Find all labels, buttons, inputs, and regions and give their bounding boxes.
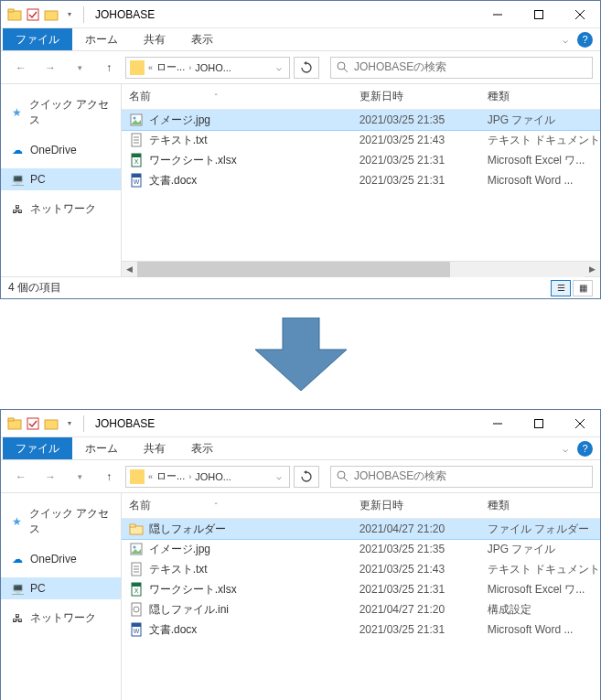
back-button[interactable]: ←: [8, 466, 34, 488]
column-date[interactable]: 更新日時: [360, 89, 488, 104]
doc-icon: W: [129, 173, 144, 188]
scroll-thumb[interactable]: [137, 262, 451, 277]
help-icon[interactable]: ?: [577, 32, 593, 48]
tab-share[interactable]: 共有: [131, 28, 178, 50]
svg-rect-3: [45, 11, 58, 20]
back-button[interactable]: ←: [8, 57, 34, 79]
forward-button[interactable]: →: [38, 57, 63, 79]
file-row[interactable]: Xワークシート.xlsx2021/03/25 21:31Microsoft Ex…: [122, 150, 600, 170]
up-button[interactable]: ↑: [96, 57, 122, 79]
file-name: 文書.docx: [149, 173, 360, 188]
horizontal-scrollbar[interactable]: ◀ ▶: [122, 261, 600, 276]
search-input[interactable]: JOHOBASEの検索: [330, 466, 593, 488]
minimize-button[interactable]: [477, 1, 518, 28]
scroll-track[interactable]: [137, 262, 585, 277]
sidebar-item-quick-access[interactable]: ★クイック アクセス: [1, 502, 121, 541]
expand-ribbon-icon[interactable]: ⌵: [563, 444, 568, 454]
new-folder-icon[interactable]: [43, 6, 59, 23]
address-dropdown-icon[interactable]: ⌵: [273, 62, 285, 72]
file-row[interactable]: W文書.docx2021/03/25 21:31Microsoft Word .…: [122, 170, 600, 190]
file-name: 隠しフォルダー: [149, 522, 360, 537]
scroll-left-icon[interactable]: ◀: [122, 262, 137, 277]
file-list[interactable]: イメージ.jpg2021/03/25 21:35JPG ファイルテキスト.txt…: [122, 110, 600, 261]
sidebar-item-pc[interactable]: 💻PC: [1, 168, 121, 190]
column-name[interactable]: 名前ˆ: [129, 498, 360, 513]
address-dropdown-icon[interactable]: ⌵: [273, 471, 285, 481]
titlebar[interactable]: ▾ JOHOBASE: [1, 410, 600, 437]
column-headers: 名前ˆ 更新日時 種類: [122, 493, 600, 519]
up-button[interactable]: ↑: [96, 466, 122, 488]
close-button[interactable]: [559, 410, 600, 437]
help-icon[interactable]: ?: [577, 441, 593, 457]
file-type: 構成設定: [488, 602, 600, 618]
titlebar[interactable]: ▾ JOHOBASE: [1, 1, 600, 28]
tab-view[interactable]: 表示: [178, 437, 226, 459]
scroll-right-icon[interactable]: ▶: [585, 262, 600, 277]
maximize-button[interactable]: [518, 410, 559, 437]
details-view-button[interactable]: ☰: [551, 280, 571, 296]
tab-file[interactable]: ファイル: [3, 28, 72, 50]
file-date: 2021/03/25 21:31: [360, 154, 488, 167]
breadcrumb-segment[interactable]: JOHO...: [195, 62, 231, 73]
file-name: イメージ.jpg: [149, 113, 360, 128]
file-name: テキスト.txt: [149, 562, 360, 577]
file-row[interactable]: Xワークシート.xlsx2021/03/25 21:31Microsoft Ex…: [122, 579, 600, 599]
breadcrumb-segment[interactable]: JOHO...: [195, 471, 231, 482]
new-folder-icon[interactable]: [43, 415, 59, 432]
qat-dropdown-icon[interactable]: ▾: [61, 415, 78, 432]
column-name[interactable]: 名前ˆ: [129, 89, 360, 104]
refresh-button[interactable]: [294, 57, 319, 79]
file-row[interactable]: イメージ.jpg2021/03/25 21:35JPG ファイル: [122, 539, 600, 559]
svg-rect-17: [132, 154, 141, 157]
tab-home[interactable]: ホーム: [72, 28, 131, 50]
address-bar[interactable]: « ロー... › JOHO... ⌵: [125, 57, 290, 79]
tab-file[interactable]: ファイル: [3, 437, 72, 459]
maximize-button[interactable]: [518, 1, 559, 28]
file-row[interactable]: テキスト.txt2021/03/25 21:43テキスト ドキュメント: [122, 559, 600, 579]
expand-ribbon-icon[interactable]: ⌵: [563, 35, 568, 45]
sidebar-item-quick-access[interactable]: ★クイック アクセス: [1, 93, 121, 132]
svg-text:X: X: [134, 587, 138, 594]
file-list[interactable]: 隠しフォルダー2021/04/27 21:20ファイル フォルダーイメージ.jp…: [122, 519, 600, 700]
svg-rect-20: [132, 174, 141, 178]
tab-view[interactable]: 表示: [178, 28, 226, 50]
properties-icon[interactable]: [25, 415, 41, 432]
search-input[interactable]: JOHOBASEの検索: [330, 57, 593, 79]
sidebar-label: OneDrive: [30, 144, 77, 156]
address-bar[interactable]: « ロー... › JOHO... ⌵: [125, 466, 290, 488]
file-row[interactable]: W文書.docx2021/03/25 21:31Microsoft Word .…: [122, 619, 600, 640]
svg-text:X: X: [134, 158, 138, 165]
column-date[interactable]: 更新日時: [360, 498, 488, 513]
sidebar-item-network[interactable]: 🖧ネットワーク: [1, 198, 121, 221]
file-type: Microsoft Excel ワ...: [488, 582, 600, 598]
star-icon: ★: [10, 105, 24, 120]
forward-button[interactable]: →: [38, 466, 63, 488]
recent-dropdown[interactable]: ▾: [67, 57, 92, 79]
qat-dropdown-icon[interactable]: ▾: [61, 6, 78, 23]
sidebar-item-pc[interactable]: 💻PC: [1, 577, 121, 599]
navigation-pane: ★クイック アクセス ☁OneDrive 💻PC 🖧ネットワーク: [1, 84, 122, 276]
sidebar-item-onedrive[interactable]: ☁OneDrive: [1, 139, 121, 161]
breadcrumb-segment[interactable]: ロー...: [156, 60, 185, 74]
sidebar-item-onedrive[interactable]: ☁OneDrive: [1, 548, 121, 570]
sidebar-item-network[interactable]: 🖧ネットワーク: [1, 607, 121, 630]
file-row[interactable]: 隠しファイル.ini2021/04/27 21:20構成設定: [122, 599, 600, 619]
properties-icon[interactable]: [25, 6, 41, 23]
file-row[interactable]: 隠しフォルダー2021/04/27 21:20ファイル フォルダー: [122, 519, 600, 539]
breadcrumb-segment[interactable]: ロー...: [156, 469, 185, 483]
tab-home[interactable]: ホーム: [72, 437, 131, 459]
file-type: Microsoft Word ...: [488, 174, 600, 187]
recent-dropdown[interactable]: ▾: [67, 466, 92, 488]
tab-share[interactable]: 共有: [131, 437, 178, 459]
doc-icon: W: [129, 622, 144, 637]
file-row[interactable]: イメージ.jpg2021/03/25 21:35JPG ファイル: [122, 110, 600, 130]
column-type[interactable]: 種類: [488, 498, 600, 513]
refresh-button[interactable]: [294, 466, 319, 488]
icons-view-button[interactable]: ▦: [573, 280, 593, 296]
minimize-button[interactable]: [477, 410, 518, 437]
svg-point-30: [338, 471, 345, 479]
column-type[interactable]: 種類: [488, 89, 600, 104]
file-row[interactable]: テキスト.txt2021/03/25 21:43テキスト ドキュメント: [122, 130, 600, 150]
column-headers: 名前ˆ 更新日時 種類: [122, 84, 600, 110]
close-button[interactable]: [559, 1, 600, 28]
